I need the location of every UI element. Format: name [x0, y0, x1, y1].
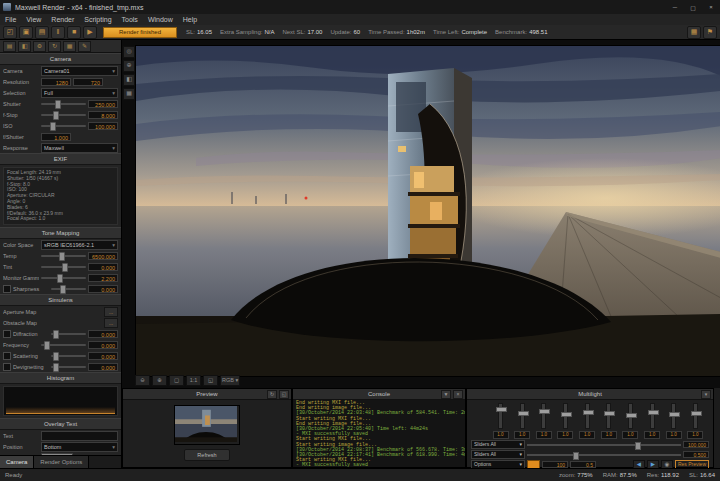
expand-icon[interactable]: ▾ — [701, 390, 711, 399]
emitter-slider-9[interactable]: 1.0 — [666, 403, 681, 439]
f-stop-slider[interactable] — [41, 114, 86, 116]
edit-icon[interactable]: ✎ — [78, 41, 91, 52]
camera-list-icon[interactable]: ▤ — [3, 41, 16, 52]
slider-handle[interactable] — [539, 409, 550, 414]
emitter-value[interactable]: 1.0 — [536, 431, 552, 439]
emitter-slider-4[interactable]: 1.0 — [558, 403, 573, 439]
width-value[interactable]: 1280 — [41, 78, 71, 86]
diffraction-value[interactable]: 0.000 — [88, 330, 118, 338]
slider-handle[interactable] — [518, 411, 529, 416]
aperture-map-browse-button[interactable]: ... — [104, 307, 118, 317]
menu-item-file[interactable]: File — [0, 16, 21, 23]
save-icon[interactable]: ▣ — [19, 26, 33, 39]
section-header-camera[interactable]: Camera — [0, 53, 121, 65]
grid-small-icon[interactable]: ▦ — [63, 41, 76, 52]
shutter-value[interactable]: 250.000 — [88, 100, 118, 108]
tint-value[interactable]: 0.000 — [88, 263, 118, 271]
render-image[interactable] — [135, 45, 720, 377]
camera-select[interactable]: Camera01▾ — [41, 66, 118, 76]
scattering-value[interactable]: 0.000 — [88, 352, 118, 360]
menu-item-render[interactable]: Render — [46, 16, 79, 23]
slider-handle[interactable] — [669, 412, 680, 417]
resume-render-icon[interactable]: ▶ — [83, 26, 97, 39]
height-value[interactable]: 720 — [73, 78, 103, 86]
section-header-tone-mapping[interactable]: Tone Mapping — [0, 227, 121, 239]
zoom-out-icon[interactable]: ⊖ — [135, 375, 150, 386]
temp-value[interactable]: 6500.000 — [88, 252, 118, 260]
settings-icon[interactable]: ⚙ — [33, 41, 46, 52]
maximize-button[interactable]: ▢ — [684, 0, 702, 14]
pause-icon[interactable]: ‖ — [51, 26, 65, 39]
slider-handle[interactable] — [59, 252, 65, 261]
sharpness-value[interactable]: 0.000 — [88, 285, 118, 293]
sharpness-slider[interactable] — [51, 288, 86, 290]
flag-icon[interactable]: ⚑ — [703, 26, 717, 39]
slider-handle[interactable] — [648, 410, 659, 415]
emitter-slider-10[interactable]: 1.0 — [688, 403, 703, 439]
refresh-icon[interactable]: ↻ — [267, 390, 277, 399]
preview-thumbnail[interactable] — [174, 405, 240, 445]
save-log-icon[interactable]: ▼ — [441, 390, 451, 399]
menu-item-tools[interactable]: Tools — [117, 16, 143, 23]
intensity-value[interactable]: 0.500 — [683, 451, 709, 458]
stop-icon[interactable]: ■ — [67, 26, 81, 39]
devignetting-checkbox[interactable] — [3, 363, 11, 371]
tab-render-options[interactable]: Render Options — [34, 456, 89, 468]
diffraction-checkbox[interactable] — [3, 330, 11, 338]
detach-icon[interactable]: ◱ — [279, 390, 289, 399]
zoom-1-1-icon[interactable]: 1:1 — [186, 375, 201, 386]
frequency-value[interactable]: 0.000 — [88, 341, 118, 349]
sliders-all-select[interactable]: Sliders All▾ — [471, 440, 525, 449]
section-header-overlay-text[interactable]: Overlay Text — [0, 418, 121, 430]
frequency-slider[interactable] — [41, 344, 86, 346]
emitter-slider-5[interactable]: 1.0 — [580, 403, 595, 439]
slider-handle[interactable] — [604, 411, 615, 416]
menu-item-help[interactable]: Help — [178, 16, 202, 23]
emitter-value[interactable]: 1.0 — [687, 431, 703, 439]
slider-handle[interactable] — [53, 330, 59, 339]
slider-handle[interactable] — [55, 100, 61, 109]
lock-view-icon[interactable]: ◧ — [18, 41, 31, 52]
slider-handle[interactable] — [561, 412, 572, 417]
expand-view-icon[interactable]: ◱ — [203, 375, 218, 386]
menu-item-view[interactable]: View — [21, 16, 46, 23]
console-log[interactable]: End writing MXI file...End writing image… — [293, 400, 465, 470]
channel-select-icon[interactable]: RGB ▾ — [220, 375, 240, 386]
position-select[interactable]: Bottom▾ — [41, 442, 118, 452]
emitter-value[interactable]: 1.0 — [644, 431, 660, 439]
export-icon[interactable]: ▤ — [35, 26, 49, 39]
slider-handle[interactable] — [62, 263, 68, 272]
zoom-tool-icon[interactable]: ⊕ — [123, 60, 135, 72]
emitter-value[interactable]: 1.0 — [557, 431, 573, 439]
tint-slider[interactable] — [41, 266, 86, 268]
diffraction-slider[interactable] — [51, 333, 86, 335]
multilight-value-1[interactable]: 100 — [542, 461, 568, 468]
clear-log-icon[interactable]: × — [453, 390, 463, 399]
slider-handle[interactable] — [53, 363, 59, 372]
zoom-fit-icon[interactable]: ▢ — [169, 375, 184, 386]
section-header-exif[interactable]: EXIF — [0, 153, 121, 165]
slider-handle[interactable] — [53, 352, 59, 361]
obstacle-map-browse-button[interactable]: ... — [104, 318, 118, 328]
emitter-slider-8[interactable]: 1.0 — [645, 403, 660, 439]
minimize-button[interactable]: ─ — [666, 0, 684, 14]
menu-item-scripting[interactable]: Scripting — [79, 16, 116, 23]
scattering-checkbox[interactable] — [3, 352, 11, 360]
slider-handle[interactable] — [496, 407, 507, 412]
text-input[interactable] — [41, 431, 118, 441]
devignetting-value[interactable]: 0.000 — [88, 363, 118, 371]
reset-icon[interactable]: ↻ — [48, 41, 61, 52]
slider-handle[interactable] — [50, 122, 56, 131]
compare-icon[interactable]: ◧ — [123, 74, 135, 86]
sharpness-checkbox[interactable] — [3, 285, 11, 293]
menu-item-window[interactable]: Window — [143, 16, 178, 23]
emitter-slider-3[interactable]: 1.0 — [536, 403, 551, 439]
open-icon[interactable]: ◰ — [3, 26, 17, 39]
temp-slider[interactable] — [41, 255, 86, 257]
intensity-slider[interactable] — [527, 444, 681, 446]
slider-handle[interactable] — [583, 410, 594, 415]
pan-icon[interactable]: ◎ — [123, 46, 135, 58]
monitor-gamma-slider[interactable] — [41, 277, 86, 279]
slider-handle[interactable] — [573, 452, 579, 460]
emitter-value[interactable]: 1.0 — [579, 431, 595, 439]
